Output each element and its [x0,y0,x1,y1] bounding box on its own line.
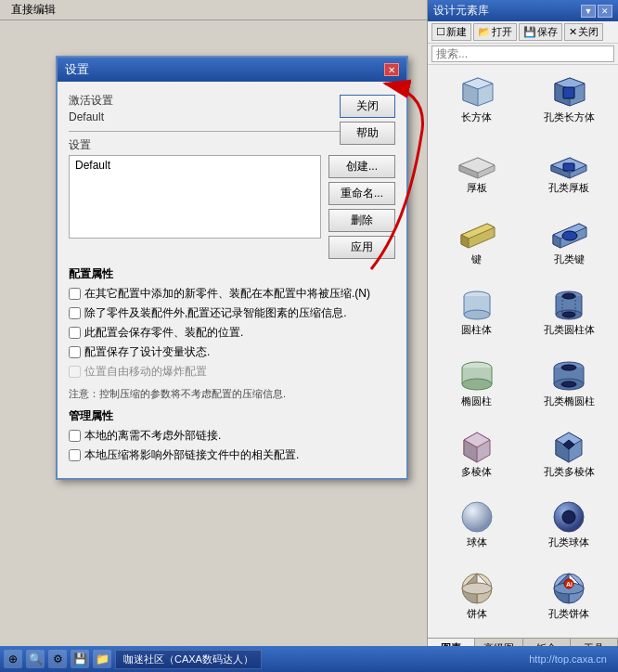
create-btn[interactable]: 创建... [328,155,395,178]
element-thick-plate-hole[interactable]: 孔类厚板 [524,139,615,208]
element-poly-solid-label: 多棱体 [461,465,492,479]
panel-title: 设计元素库 [433,3,489,19]
top-menubar: 直接编辑 [0,0,427,20]
cb2-label: 除了零件及装配件外,配置还记录智能图素的压缩信息. [84,305,347,321]
element-cake[interactable]: 饼体 [431,565,522,634]
delete-btn[interactable]: 删除 [328,209,395,232]
apply-btn[interactable]: 应用 [328,236,395,259]
mcb1-label: 本地的离需不考虑外部链接. [84,428,221,444]
taskbar-icon-3[interactable]: 💾 [71,650,89,668]
element-cake-hole-label: 孔类饼体 [548,607,589,621]
svg-point-39 [462,379,492,390]
element-poly-solid[interactable]: 多棱体 [431,423,522,492]
panel-pin-btn[interactable]: ▼ [581,5,596,18]
cb5-label: 位置自由移动的爆炸配置 [84,364,207,380]
sphere-hole-icon [547,498,591,536]
design-element-library: 设计元素库 ▼ ✕ ☐ 新建 📂 打开 💾 保存 ✕ 关闭 长方体 [427,0,618,672]
cb3[interactable] [69,327,81,339]
settings-dialog: 设置 ✕ 关闭 帮助 激活设置 Default 设置 Default 创建...… [56,56,408,480]
taskbar-icon-4[interactable]: 📁 [93,650,111,668]
thick-plate-hole-icon [547,144,591,181]
element-ellip-hole[interactable]: 孔类椭圆柱 [524,353,615,421]
element-sphere-hole[interactable]: 孔类球体 [524,494,615,562]
key-hole-icon [547,215,591,252]
panel-titlebar: 设计元素库 ▼ ✕ [428,0,618,21]
element-ellip-cyl[interactable]: 椭圆柱 [431,353,522,421]
element-thick-plate-hole-label: 孔类厚板 [548,181,589,195]
settings-buttons: 创建... 重命名... 删除 应用 [328,155,395,259]
toolbar-panel-close-btn[interactable]: ✕ 关闭 [564,23,603,41]
element-key-hole-label: 孔类键 [554,252,585,266]
cb1[interactable] [69,288,81,300]
thick-plate-icon [455,144,499,181]
dialog-close-button[interactable]: ✕ [384,63,399,76]
dialog-titlebar: 设置 ✕ [58,58,406,82]
element-cylinder[interactable]: 圆柱体 [431,281,522,350]
toolbar-save-btn[interactable]: 💾 保存 [519,23,562,41]
element-cylinder-hole[interactable]: 孔类圆柱体 [524,281,615,350]
mcb2[interactable] [69,449,81,461]
element-sphere-hole-label: 孔类球体 [548,536,589,549]
mcb2-row: 本地压缩将影响外部链接文件中的相关配置. [69,447,395,463]
cake-icon [455,570,499,607]
ellip-cyl-icon [455,357,499,394]
element-thick-plate[interactable]: 厚板 [431,139,522,208]
cb5-row: 位置自由移动的爆炸配置 [69,364,395,380]
svg-point-57 [462,583,492,594]
element-rect-hole[interactable]: 孔类长方体 [524,69,615,137]
toolbar-new-btn[interactable]: ☐ 新建 [431,23,471,41]
cb4[interactable] [69,346,81,358]
cb4-row: 配置保存了设计变量状态. [69,344,395,360]
taskbar-icon-1[interactable]: 🔍 [26,650,45,668]
element-key[interactable]: 键 [431,211,522,279]
cb4-label: 配置保存了设计变量状态. [84,344,210,360]
element-ellip-cyl-label: 椭圆柱 [461,394,492,408]
settings-list[interactable]: Default [69,155,321,239]
svg-point-56 [562,510,575,523]
svg-point-45 [561,365,576,370]
search-input[interactable] [431,45,614,62]
panel-toolbar: ☐ 新建 📂 打开 💾 保存 ✕ 关闭 [428,21,618,44]
taskbar-url: http://top.caxa.cn [529,653,614,665]
cb3-row: 此配置会保存零件、装配的位置. [69,325,395,341]
rect-solid-icon [455,73,499,110]
settings-row: Default 创建... 重命名... 删除 应用 [69,155,395,259]
rename-btn[interactable]: 重命名... [328,182,395,205]
dialog-body: 关闭 帮助 激活设置 Default 设置 Default 创建... 重命名.… [58,82,406,478]
cb1-label: 在其它配置中添加的新零件、装配在本配置中将被压缩.(N) [84,286,370,302]
mcb1[interactable] [69,430,81,442]
key-icon [455,215,499,252]
element-sphere[interactable]: 球体 [431,494,522,562]
element-cylinder-hole-label: 孔类圆柱体 [544,323,595,337]
dialog-help-btn[interactable]: 帮助 [340,122,395,145]
svg-point-20 [562,231,577,240]
config-attributes-section: 配置属性 在其它配置中添加的新零件、装配在本配置中将被压缩.(N) 除了零件及装… [69,266,395,380]
svg-point-25 [464,310,490,319]
rect-hole-icon [547,73,591,110]
element-cake-hole[interactable]: Ai 孔类饼体 [524,565,615,634]
toolbar-open-btn[interactable]: 📂 打开 [473,23,517,41]
ellip-hole-icon [547,357,591,394]
taskbar-app-label[interactable]: 咖迷社区（CAXA数码达人） [115,650,262,669]
svg-point-54 [462,502,492,532]
taskbar: ⊕ 🔍 ⚙ 💾 📁 咖迷社区（CAXA数码达人） http://top.caxa… [0,646,618,672]
cylinder-icon [455,286,499,323]
config-attributes-title: 配置属性 [69,266,395,282]
cake-hole-icon: Ai [547,570,591,607]
cb1-row: 在其它配置中添加的新零件、装配在本配置中将被压缩.(N) [69,286,395,302]
element-rect-solid[interactable]: 长方体 [431,69,522,137]
cb2[interactable] [69,307,81,319]
elements-grid: 长方体 孔类长方体 厚板 [428,65,618,638]
menu-direct-edit[interactable]: 直接编辑 [4,0,63,19]
element-key-hole[interactable]: 孔类键 [524,211,615,279]
settings-item-default[interactable]: Default [71,158,318,173]
svg-text:Ai: Ai [566,581,573,588]
element-cylinder-label: 圆柱体 [461,323,492,337]
element-poly-hole[interactable]: 孔类多棱体 [524,423,615,492]
taskbar-icon-0[interactable]: ⊕ [4,650,22,668]
panel-close-btn[interactable]: ✕ [598,5,612,18]
sphere-icon [455,498,499,536]
dialog-close-btn[interactable]: 关闭 [340,95,395,118]
element-key-label: 键 [471,252,482,266]
taskbar-icon-2[interactable]: ⚙ [48,650,67,668]
